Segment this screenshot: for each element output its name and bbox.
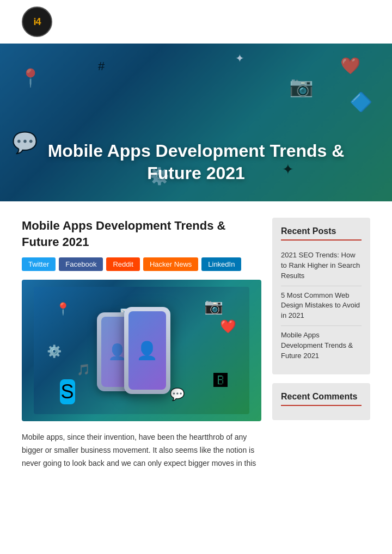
recent-comments-card: Recent Comments [272, 383, 370, 420]
img-icon-skype: S [60, 379, 75, 404]
img-icon-gear: ⚙️ [47, 344, 62, 359]
hero-icon-hashtag: # [98, 59, 105, 73]
header: i4 [0, 0, 392, 44]
phone-mockup: 👤 👤 [113, 307, 170, 394]
img-icon-instagram: 📷 [204, 297, 223, 315]
article-body: Mobile apps, since their invention, have… [22, 431, 261, 470]
img-icon-music: 🎵 [77, 363, 90, 376]
recent-posts-card: Recent Posts 2021 SEO Trends: How to Ran… [272, 218, 370, 374]
recent-post-item-2[interactable]: 5 Most Common Web Design Mistakes to Avo… [281, 286, 362, 327]
article-title: Mobile Apps Development Trends & Future … [22, 218, 261, 250]
main-content: Mobile Apps Development Trends & Future … [0, 201, 392, 487]
linkedin-share-button[interactable]: LinkedIn [201, 257, 241, 271]
recent-post-item-3[interactable]: Mobile Apps Development Trends & Future … [281, 326, 362, 366]
hero-icon-instagram: 📷 [289, 75, 314, 98]
hero-banner: 📍 # 📷 ❤️ 💬 ⚙️ 🔷 ✦ ✦ Mobile Apps Developm… [0, 44, 392, 201]
hero-icon-behance: 🔷 [350, 91, 372, 113]
hero-icon-diamond: ✦ [235, 52, 244, 65]
hackernews-share-button[interactable]: Hacker News [143, 257, 198, 271]
hero-title: Mobile Apps Development Trends & Future … [27, 140, 365, 185]
sidebar: Recent Posts 2021 SEO Trends: How to Ran… [272, 218, 370, 470]
phone-screen-avatar: 👤 [136, 340, 158, 361]
hero-icon-heart: ❤️ [340, 56, 360, 75]
recent-post-item-1[interactable]: 2021 SEO Trends: How to Rank Higher in S… [281, 246, 362, 286]
logo-text: i4 [33, 16, 40, 28]
phone-front: 👤 [124, 307, 170, 394]
article-column: Mobile Apps Development Trends & Future … [22, 218, 261, 470]
twitter-share-button[interactable]: Twitter [22, 257, 56, 271]
img-icon-chat: 💬 [170, 387, 185, 402]
phone-front-screen: 👤 [128, 311, 166, 390]
recent-comments-title: Recent Comments [281, 392, 362, 406]
facebook-share-button[interactable]: Facebook [59, 257, 103, 271]
img-icon-heart: ❤️ [220, 319, 236, 334]
hero-icon-location: 📍 [20, 67, 41, 88]
logo[interactable]: i4 [22, 7, 52, 37]
reddit-share-button[interactable]: Reddit [106, 257, 140, 271]
article-image: 📍 📷 ❤️ 🅱 💬 S ⚙️ 🎵 ✉️ 👤 [22, 280, 261, 421]
share-buttons: Twitter Facebook Reddit Hacker News Link… [22, 257, 261, 271]
recent-posts-title: Recent Posts [281, 226, 362, 241]
img-icon-location: 📍 [56, 302, 70, 316]
img-icon-behance: 🅱 [213, 372, 228, 389]
article-image-inner: 📍 📷 ❤️ 🅱 💬 S ⚙️ 🎵 ✉️ 👤 [34, 287, 249, 414]
